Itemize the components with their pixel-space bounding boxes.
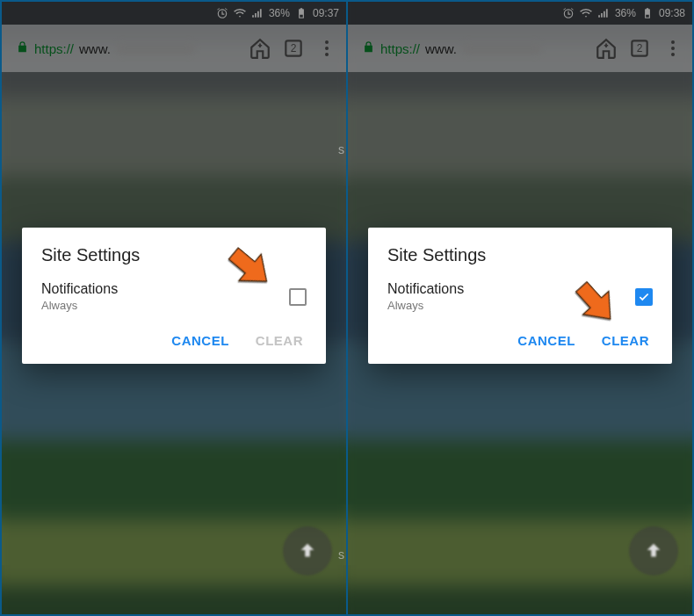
cancel-button[interactable]: CANCEL <box>171 333 229 348</box>
watermark-s: s <box>338 547 344 562</box>
notifications-sublabel: Always <box>387 299 464 312</box>
clear-button[interactable]: CLEAR <box>602 333 649 348</box>
watermark-s: s <box>338 142 344 156</box>
site-settings-dialog: Site Settings Notifications Always CANCE… <box>368 228 672 364</box>
floating-action-button[interactable] <box>629 526 678 576</box>
notifications-row[interactable]: Notifications Always <box>387 281 653 312</box>
site-settings-dialog: Site Settings Notifications Always CANCE… <box>22 228 326 364</box>
phone-screenshot-right: 36% 09:38 https://www. 2 Site Settings N… <box>348 2 692 614</box>
notifications-sublabel: Always <box>41 299 118 312</box>
phone-screenshot-left: 36% 09:37 https://www. 2 Site Settings N… <box>2 2 346 614</box>
floating-action-button[interactable] <box>283 526 332 576</box>
notifications-checkbox[interactable] <box>289 288 307 306</box>
notifications-row[interactable]: Notifications Always <box>41 281 307 312</box>
dialog-title: Site Settings <box>387 245 653 265</box>
notifications-label: Notifications <box>387 281 464 297</box>
clear-button: CLEAR <box>256 333 303 348</box>
dialog-title: Site Settings <box>41 245 307 265</box>
notifications-checkbox[interactable] <box>635 288 653 306</box>
notifications-label: Notifications <box>41 281 118 297</box>
cancel-button[interactable]: CANCEL <box>517 333 575 348</box>
